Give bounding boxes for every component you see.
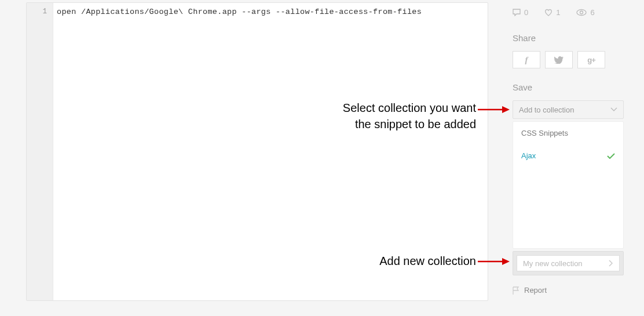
- share-label: Share: [513, 33, 624, 43]
- arrow-icon: [478, 256, 510, 267]
- report-label: Report: [524, 286, 547, 295]
- collection-item-ajax[interactable]: Ajax: [513, 144, 623, 167]
- facebook-button[interactable]: f: [513, 51, 540, 68]
- comments-count: 0: [524, 8, 528, 17]
- googleplus-icon: g+: [587, 56, 595, 64]
- new-collection-placeholder: My new collection: [523, 259, 583, 268]
- googleplus-button[interactable]: g+: [577, 51, 605, 68]
- likes-stat[interactable]: 1: [544, 8, 560, 17]
- views-stat[interactable]: 6: [576, 8, 594, 17]
- svg-point-0: [577, 10, 586, 16]
- eye-icon: [576, 9, 587, 16]
- new-collection-container: My new collection: [513, 251, 624, 275]
- collection-dropdown[interactable]: Add to collection: [513, 100, 624, 119]
- chevron-right-icon: [609, 260, 613, 267]
- collection-item-label: CSS Snippets: [521, 129, 568, 137]
- likes-count: 1: [556, 8, 560, 17]
- new-collection-input[interactable]: My new collection: [517, 255, 620, 271]
- line-gutter: 1: [27, 3, 53, 300]
- share-buttons: f g+: [513, 51, 624, 68]
- facebook-icon: f: [525, 55, 528, 65]
- dropdown-placeholder: Add to collection: [519, 106, 574, 114]
- twitter-icon: [554, 56, 564, 64]
- chevron-down-icon: [610, 107, 617, 112]
- line-number: 1: [27, 3, 53, 16]
- views-count: 6: [590, 8, 594, 17]
- comment-icon: [513, 9, 521, 16]
- stats-row: 0 1 6: [513, 8, 624, 17]
- annotation-select-collection: Select collection you want the snippet t…: [325, 100, 476, 132]
- collection-list: CSS Snippets Ajax: [513, 121, 624, 249]
- collection-item-css-snippets[interactable]: CSS Snippets: [513, 122, 623, 144]
- flag-icon: [513, 286, 519, 295]
- heart-icon: [544, 9, 552, 16]
- svg-point-1: [580, 11, 583, 14]
- arrow-icon: [478, 104, 510, 115]
- comments-stat[interactable]: 0: [513, 8, 528, 17]
- annotation-new-collection: Add new collection: [325, 253, 476, 269]
- report-link[interactable]: Report: [513, 286, 624, 295]
- svg-marker-3: [502, 106, 510, 113]
- sidebar: 0 1 6 Share f g+ Save Add to: [513, 2, 624, 316]
- save-label: Save: [513, 82, 624, 92]
- collection-item-label: Ajax: [521, 151, 536, 160]
- check-icon: [607, 153, 615, 159]
- twitter-button[interactable]: [545, 51, 573, 68]
- svg-marker-5: [502, 258, 510, 265]
